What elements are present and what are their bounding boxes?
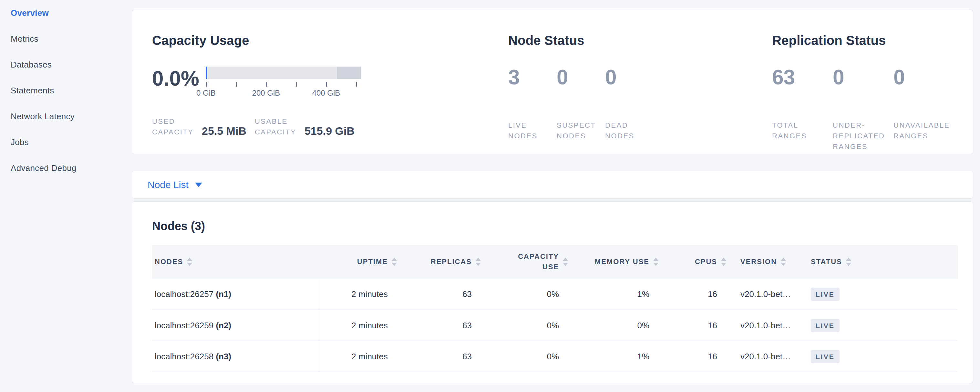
capacity-axis-labels: 0 GiB 200 GiB 400 GiB	[206, 89, 361, 98]
sidebar-item-advanced-debug[interactable]: Advanced Debug	[0, 155, 132, 181]
column-label: NODES	[155, 257, 183, 267]
table-header-row: NODES UPTIME REPLICAS CAPACITY USE MEMOR	[152, 245, 958, 279]
table-row: localhost:26259 (n2) 2 minutes 63 0% 0% …	[152, 310, 958, 341]
column-label: MEMORY USE	[595, 257, 649, 267]
sort-icon	[187, 258, 192, 266]
capacity-bar-chart: 0 GiB 200 GiB 400 GiB	[206, 67, 361, 98]
node-status-labels: LIVE NODES SUSPECT NODES DEAD NODES	[508, 120, 772, 141]
view-dropdown-label: Node List	[148, 179, 189, 190]
dead-nodes-label: DEAD NODES	[605, 120, 654, 141]
capacity-stats: USED CAPACITY 25.5 MiB USABLE CAPACITY 5…	[152, 116, 508, 137]
table-row: localhost:26257 (n1) 2 minutes 63 0% 1% …	[152, 279, 958, 310]
sort-icon	[721, 258, 726, 266]
node-address: localhost:26259	[155, 320, 213, 330]
node-id: (n3)	[216, 352, 231, 361]
replicas-cell: 63	[401, 279, 485, 310]
node-id: (n1)	[216, 289, 231, 299]
cpus-cell: 16	[662, 310, 730, 341]
sidebar-item-databases[interactable]: Databases	[0, 52, 132, 78]
node-link[interactable]: localhost:26257 (n1)	[155, 289, 231, 299]
node-link[interactable]: localhost:26258 (n3)	[155, 352, 231, 361]
column-label: UPTIME	[357, 257, 388, 267]
cluster-summary-card: Capacity Usage 0.0% 0 GiB 200 Gi	[132, 10, 973, 154]
sidebar-item-metrics[interactable]: Metrics	[0, 26, 132, 52]
sidebar-item-network-latency[interactable]: Network Latency	[0, 104, 132, 129]
replication-status-labels: TOTAL RANGES UNDER-REPLICATED RANGES UNA…	[772, 120, 973, 152]
node-address: localhost:26258	[155, 352, 213, 361]
capacity-use-cell: 0%	[485, 310, 572, 341]
column-header-capacity-use[interactable]: CAPACITY USE	[485, 245, 572, 279]
status-badge: LIVE	[811, 350, 840, 363]
capacity-axis-ticks	[206, 82, 361, 87]
uptime-cell: 2 minutes	[319, 341, 401, 372]
capacity-bar	[206, 67, 361, 79]
column-label: STATUS	[811, 257, 842, 267]
column-header-status[interactable]: STATUS	[796, 245, 958, 279]
column-header-cpus[interactable]: CPUS	[662, 245, 730, 279]
axis-label: 200 GiB	[252, 89, 280, 97]
node-status-title: Node Status	[508, 33, 772, 48]
sort-icon	[476, 258, 481, 266]
capacity-use-cell: 0%	[485, 341, 572, 372]
sidebar-item-overview[interactable]: Overview	[0, 0, 132, 26]
sidebar-item-jobs[interactable]: Jobs	[0, 129, 132, 155]
view-dropdown[interactable]: Node List	[148, 179, 202, 190]
column-header-nodes[interactable]: NODES	[152, 245, 319, 279]
nodes-title: Nodes (3)	[152, 220, 958, 233]
column-header-version[interactable]: VERSION	[730, 245, 796, 279]
node-status-values: 3 0 0	[508, 67, 772, 88]
column-header-memory-use[interactable]: MEMORY USE	[572, 245, 662, 279]
sidebar-item-statements[interactable]: Statements	[0, 78, 132, 104]
under-replicated-ranges-label: UNDER-REPLICATED RANGES	[833, 120, 894, 152]
suspect-nodes-label: SUSPECT NODES	[557, 120, 605, 141]
under-replicated-ranges-count: 0	[833, 67, 894, 88]
total-ranges-label: TOTAL RANGES	[772, 120, 833, 152]
sort-icon	[846, 258, 851, 266]
sort-icon	[563, 258, 568, 266]
column-header-replicas[interactable]: REPLICAS	[401, 245, 485, 279]
used-capacity-value: 25.5 MiB	[202, 125, 247, 137]
capacity-bar-reserved-segment	[337, 67, 361, 79]
unavailable-ranges-count: 0	[894, 67, 954, 88]
capacity-use-cell: 0%	[485, 279, 572, 310]
cpus-cell: 16	[662, 341, 730, 372]
sort-icon	[392, 258, 397, 266]
live-nodes-count: 3	[508, 67, 557, 88]
live-nodes-label: LIVE NODES	[508, 120, 557, 141]
main-content: Capacity Usage 0.0% 0 GiB 200 Gi	[132, 0, 980, 392]
axis-label: 400 GiB	[312, 89, 340, 97]
capacity-used-percent: 0.0%	[152, 68, 206, 89]
sort-icon	[781, 258, 786, 266]
unavailable-ranges-label: UNAVAILABLE RANGES	[894, 120, 954, 152]
memory-use-cell: 1%	[572, 341, 662, 372]
column-label: CPUS	[695, 257, 717, 267]
capacity-gauge: 0.0% 0 GiB 200 GiB 400 GiB	[152, 67, 508, 98]
replication-status-section: Replication Status 63 0 0 TOTAL RANGES U…	[772, 33, 973, 154]
capacity-usage-title: Capacity Usage	[152, 33, 508, 48]
uptime-cell: 2 minutes	[319, 310, 401, 341]
table-row: localhost:26258 (n3) 2 minutes 63 0% 1% …	[152, 341, 958, 372]
sidebar: Overview Metrics Databases Statements Ne…	[0, 0, 132, 392]
version-cell: v20.1.0-bet…	[730, 341, 796, 372]
memory-use-cell: 0%	[572, 310, 662, 341]
replication-status-title: Replication Status	[772, 33, 973, 48]
version-cell: v20.1.0-bet…	[730, 279, 796, 310]
used-capacity-stat: USED CAPACITY 25.5 MiB	[152, 116, 247, 137]
used-capacity-label: USED CAPACITY	[152, 116, 195, 137]
app-root: Overview Metrics Databases Statements Ne…	[0, 0, 980, 392]
axis-label: 0 GiB	[196, 89, 216, 97]
cpus-cell: 16	[662, 279, 730, 310]
status-badge: LIVE	[811, 319, 840, 332]
column-label: CAPACITY USE	[517, 252, 559, 272]
column-header-uptime[interactable]: UPTIME	[319, 245, 401, 279]
suspect-nodes-count: 0	[557, 67, 605, 88]
usable-capacity-stat: USABLE CAPACITY 515.9 GiB	[255, 116, 355, 137]
node-link[interactable]: localhost:26259 (n2)	[155, 320, 231, 330]
dropdown-caret-icon	[195, 183, 202, 187]
view-selector-card: Node List	[132, 171, 973, 199]
usable-capacity-value: 515.9 GiB	[304, 125, 355, 137]
replicas-cell: 63	[401, 310, 485, 341]
replication-status-values: 63 0 0	[772, 67, 973, 88]
status-badge: LIVE	[811, 288, 840, 301]
version-cell: v20.1.0-bet…	[730, 310, 796, 341]
